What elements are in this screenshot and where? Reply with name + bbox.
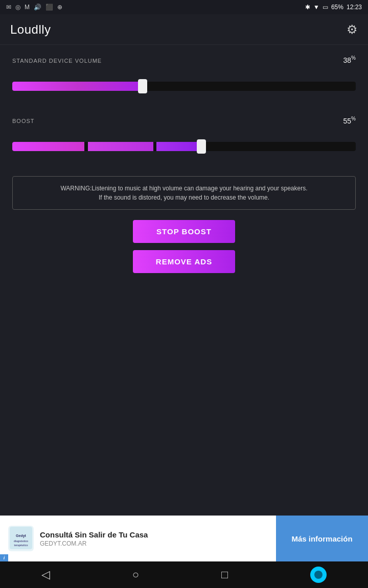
- volume-value: 38%: [343, 55, 356, 64]
- battery-percent: 65%: [331, 4, 343, 11]
- alexa-button[interactable]: [310, 567, 327, 583]
- volume-slider-container[interactable]: [12, 77, 356, 95]
- warning-box: WARNING:Listening to music at high volum…: [12, 176, 356, 210]
- warning-line2: If the sound is distored, you may need t…: [21, 193, 347, 202]
- boost-value: 55%: [343, 116, 356, 125]
- battery-icon: ▭: [323, 4, 328, 11]
- remove-ads-button[interactable]: REMOVE ADS: [133, 250, 235, 273]
- ad-logo: Gedyt diagnóstico terapéutico: [8, 526, 34, 551]
- volume-section-header: STANDARD DEVICE VOLUME 38%: [12, 55, 356, 71]
- status-right: ✱ ▼ ▭ 65% 12:23: [305, 4, 362, 11]
- notification-icon-1: ✉: [6, 4, 11, 11]
- svg-text:Gedyt: Gedyt: [16, 534, 27, 538]
- ad-badge: i: [0, 554, 8, 561]
- volume-slider-fill: [12, 82, 143, 91]
- bluetooth-icon: ✱: [305, 4, 310, 11]
- boost-segment-3: [156, 142, 201, 151]
- app-title: Loudlly: [10, 22, 51, 37]
- volume-slider-track[interactable]: [12, 82, 356, 91]
- app-bar: Loudlly ⚙: [0, 14, 368, 45]
- boost-slider-handle[interactable]: [197, 139, 206, 154]
- alexa-icon-inner: [314, 571, 323, 579]
- ad-banner[interactable]: Gedyt diagnóstico terapéutico Consultá S…: [0, 516, 368, 561]
- home-button[interactable]: ○: [132, 568, 139, 581]
- volume-section: STANDARD DEVICE VOLUME 38%: [12, 55, 356, 95]
- warning-line1: WARNING:Listening to music at high volum…: [21, 184, 347, 193]
- ad-content: Gedyt diagnóstico terapéutico Consultá S…: [0, 521, 276, 556]
- svg-text:diagnóstico: diagnóstico: [14, 540, 28, 543]
- recent-button[interactable]: □: [221, 568, 228, 581]
- stop-boost-button[interactable]: STOP BOOST: [133, 220, 235, 243]
- notification-icon-6: ⊕: [57, 4, 62, 11]
- buttons-container: STOP BOOST REMOVE ADS: [12, 220, 356, 273]
- boost-segment-1: [12, 142, 84, 151]
- volume-label: STANDARD DEVICE VOLUME: [12, 58, 102, 64]
- main-content: STANDARD DEVICE VOLUME 38% BOOST 55%: [0, 45, 368, 283]
- nav-bar: ◁ ○ □: [0, 561, 368, 588]
- back-button[interactable]: ◁: [41, 568, 50, 581]
- boost-slider-container[interactable]: [12, 137, 356, 156]
- boost-segment-2: [88, 142, 153, 151]
- wifi-icon: ▼: [313, 4, 319, 11]
- volume-slider-handle[interactable]: [138, 79, 147, 93]
- boost-slider-track[interactable]: [12, 142, 356, 151]
- boost-label: BOOST: [12, 118, 35, 124]
- settings-icon[interactable]: ⚙: [347, 22, 358, 37]
- svg-text:terapéutico: terapéutico: [14, 544, 28, 547]
- ad-cta-text: Más información: [285, 534, 358, 543]
- boost-section-header: BOOST 55%: [12, 116, 356, 132]
- ad-logo-text: Gedyt diagnóstico terapéutico: [10, 527, 32, 550]
- ad-cta-button[interactable]: Más información: [276, 516, 368, 561]
- notification-icon-5: ⬛: [45, 4, 53, 11]
- notification-icon-2: ◎: [15, 4, 20, 11]
- notification-icon-4: 🔊: [34, 4, 41, 11]
- ad-headline: Consultá Sin Salir de Tu Casa: [40, 530, 268, 540]
- ad-domain: GEDYT.COM.AR: [40, 540, 268, 547]
- boost-section: BOOST 55%: [12, 116, 356, 156]
- status-bar-left: ✉ ◎ M 🔊 ⬛ ⊕: [6, 4, 302, 11]
- notification-icon-3: M: [25, 4, 30, 11]
- ad-text-block: Consultá Sin Salir de Tu Casa GEDYT.COM.…: [40, 530, 268, 547]
- status-bar: ✉ ◎ M 🔊 ⬛ ⊕ ✱ ▼ ▭ 65% 12:23: [0, 0, 368, 14]
- time: 12:23: [347, 4, 362, 11]
